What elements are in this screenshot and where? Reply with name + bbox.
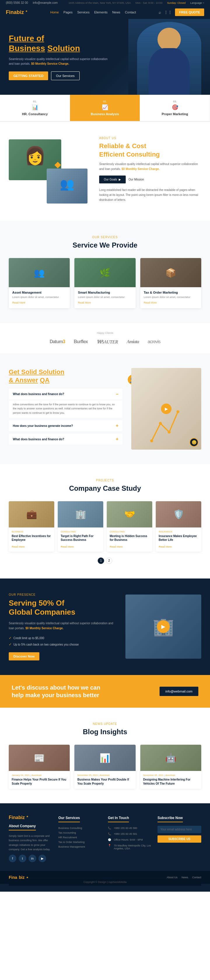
footer-service-3[interactable]: HR Recruitment [58, 835, 102, 840]
faq-question-2[interactable]: How does your business generate income? … [9, 420, 123, 431]
page-btn-2[interactable]: 2 [106, 557, 112, 564]
footer-service-4[interactable]: Tax & Order Marketing [58, 840, 102, 845]
case-card-1: 💼 Business Best Effective Incentives for… [9, 501, 54, 552]
footer-contact-col: Get In Touch 📞+880 155 60 45 580 📞+880 1… [108, 815, 152, 862]
blog-grid: 📰 January 04, 2021 | Asentrast Finance H… [9, 745, 201, 789]
case-3-read-more[interactable]: Read More [110, 545, 123, 548]
blog-card-3-body: November 05, 2021 | Asentrast Designing … [140, 771, 201, 789]
our-goals-button[interactable]: Our Goals ▶ [99, 175, 126, 183]
twitter-icon[interactable]: t [19, 854, 26, 862]
faq-section: Get Solid Solution & Answer QA What does… [0, 353, 210, 464]
about-buttons: Our Goals ▶ Our Mission [99, 175, 201, 183]
faq-item-3: What does business and finance do? + [9, 434, 123, 445]
case-study-section: Projects Company Case Study 💼 Business B… [0, 464, 210, 579]
discover-now-button[interactable]: Discover Now [9, 652, 40, 660]
nav-contact[interactable]: Contact [125, 11, 136, 14]
case-2-read-more[interactable]: Read More [60, 545, 74, 548]
global-play-button[interactable]: ▶ [157, 620, 170, 633]
faq-title: Get Solid Solution & Answer QA [9, 368, 123, 385]
service-tab-1[interactable]: 01. 📊 HR. Consultancy [0, 95, 70, 121]
nav-services[interactable]: Services [77, 11, 89, 14]
footer-office-hours: 🕐Office Hours: 9AM - 9PM [108, 837, 152, 842]
svg-point-3 [177, 410, 180, 413]
footer-link-contact[interactable]: Contact [192, 876, 201, 879]
page-btn-1[interactable]: 1 [98, 557, 104, 564]
service-tab-3[interactable]: 03. 🎯 Proper Marketing [140, 95, 210, 121]
global-feature-2: Up to 5% cash back on two categories you… [9, 641, 117, 648]
service-1-read-more[interactable]: Read More [12, 301, 25, 304]
footer-logo: Finabiz ★ [9, 815, 52, 820]
nav-pages[interactable]: Pages [64, 11, 73, 14]
case-card-4-image: 🛡️ [156, 501, 201, 527]
footer-service-2[interactable]: Tax Accounting [58, 830, 102, 835]
footer-service-1[interactable]: Business Consulting [58, 826, 102, 830]
nav-right: ⌕ ⋮⋮ FREE QUOTE [159, 8, 204, 16]
case-card-3: 🤝 Consulting Meeting is Hidden Success f… [107, 501, 152, 552]
search-icon[interactable]: ⌕ [159, 10, 161, 14]
language-selector[interactable]: Language ~ [190, 2, 204, 4]
hero-person-image [137, 22, 201, 95]
footer-bottom-logo: Finabiz ★ [9, 875, 28, 880]
nav-elements[interactable]: Elements [94, 11, 108, 14]
getting-started-button[interactable]: GETTING STARTED [9, 72, 48, 80]
case-study-title: Company Case Study [9, 484, 201, 493]
footer-services-list: Business Consulting Tax Accounting HR Re… [58, 826, 102, 849]
newsletter-input[interactable] [158, 826, 201, 833]
youtube-icon[interactable]: ▶ [38, 854, 46, 862]
case-card-3-body: Consulting Meeting is Hidden Success for… [107, 527, 152, 552]
blog-card-2: 📊 November 05, 2021 | Asentrast Business… [75, 745, 135, 789]
hero-buttons: GETTING STARTED Our Services [9, 72, 108, 80]
service-card-2: 🌿 Smart Manufacturing Lorem ipsum dolor … [75, 258, 135, 308]
service-3-read-more[interactable]: Read More [144, 301, 157, 304]
site-logo[interactable]: Finabiz ★ [6, 10, 27, 16]
footer-link-news[interactable]: News [181, 876, 188, 879]
case-card-1-body: Business Best Effective Incentives for E… [9, 527, 54, 552]
menu-icon[interactable]: ⋮⋮ [164, 10, 172, 14]
svg-point-0 [150, 439, 153, 442]
footer-phone-1: 📞+880 155 60 45 580 [108, 826, 152, 830]
nav-news[interactable]: News [112, 11, 121, 14]
footer-service-5[interactable]: Business Management [58, 845, 102, 849]
hero-image [128, 19, 210, 95]
case-card-2: 🏢 Consulting Target is Right Path For Su… [58, 501, 103, 552]
service-2-read-more[interactable]: Read More [78, 301, 91, 304]
services-grid: 👥 Asset Management Lorem ipsum dolor sit… [9, 258, 201, 308]
phone-number: (800) 5566 32 00 [6, 1, 28, 4]
partners-section: Happy Clients Datum3 Burflex 𝕎SAUTER Ami… [0, 323, 210, 353]
hero-title: Future of Business Solution [9, 33, 108, 53]
faq-question-3[interactable]: What does business and finance do? + [9, 434, 123, 445]
services-section: Our Services Service We Provide 👥 Asset … [0, 221, 210, 323]
nav-home[interactable]: Home [50, 11, 59, 14]
linkedin-icon[interactable]: in [29, 854, 36, 862]
footer-phone-2: 📞+880 155 60 45 581 [108, 832, 152, 836]
faq-question-1[interactable]: What does business and finance do? − [9, 389, 123, 400]
hero-description: Seamlessly visualize quality intellectua… [9, 57, 108, 66]
footer-services-col: Our Services Business Consulting Tax Acc… [58, 815, 102, 862]
our-mission-button[interactable]: Our Mission [129, 175, 144, 183]
cta-email-button[interactable]: info@webmail.com [159, 687, 198, 696]
global-title: Serving 50% Of Global Companies [9, 598, 117, 617]
video-play-button[interactable]: ▶ [161, 404, 172, 414]
partner-amiata: Amiata [127, 339, 139, 344]
service-card-2-body: Smart Manufacturing Lorem ipsum dolor si… [75, 287, 135, 308]
service-tab-2-label: Business Analysis [91, 112, 119, 116]
service-tab-2[interactable]: 02. 📈 Business Analysis [70, 95, 140, 121]
footer-link-about[interactable]: About Us [167, 876, 177, 879]
footer-social: f t in ▶ [9, 854, 52, 862]
blog-card-2-body: November 05, 2021 | Asentrast Business M… [75, 771, 135, 789]
footer-subscribe-col: Subscribe Now SUBSCRIBE US [158, 815, 201, 862]
subscribe-button[interactable]: SUBSCRIBE US [158, 835, 201, 843]
facebook-icon[interactable]: f [9, 854, 16, 862]
partner-acrevis: acrevis [148, 339, 161, 344]
our-services-button[interactable]: Our Services [51, 72, 80, 80]
global-feature-1: Credit limit up to $5,000 [9, 635, 117, 641]
cta-section: Let's discuss about how we canhelp make … [0, 675, 210, 708]
faq-item-2: How does your business generate income? … [9, 420, 123, 431]
partner-sauter: 𝕎SAUTER [97, 339, 118, 345]
case-1-read-more[interactable]: Read More [12, 545, 25, 548]
footer-about-col: Finabiz ★ About Company Simply S&M Dot i… [9, 815, 52, 862]
free-quote-button[interactable]: FREE QUOTE [175, 8, 204, 16]
case-4-read-more[interactable]: Read More [159, 545, 172, 548]
service-card-3-image: 📦 [140, 258, 201, 287]
service-tab-3-label: Proper Marketing [162, 112, 188, 116]
